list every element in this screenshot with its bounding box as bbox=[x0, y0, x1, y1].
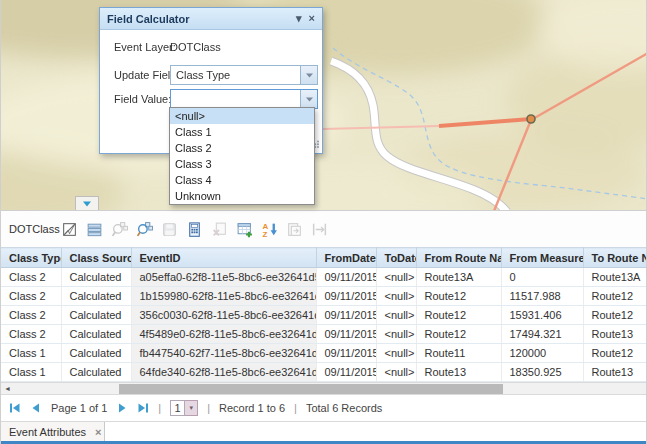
table-cell[interactable]: Route12 bbox=[583, 306, 647, 325]
scrollbar-thumb[interactable] bbox=[119, 384, 503, 394]
svg-text:Z: Z bbox=[263, 229, 268, 237]
table-cell[interactable]: 11517.988 bbox=[501, 287, 583, 306]
table-cell[interactable]: 120000 bbox=[501, 344, 583, 363]
column-header[interactable]: From Route Name bbox=[416, 248, 501, 268]
table-header-row: Class TypeClass SourceEventIDFromDateToD… bbox=[1, 248, 647, 268]
table-cell[interactable]: Calculated bbox=[61, 287, 131, 306]
column-header[interactable]: From Measure bbox=[501, 248, 583, 268]
table-cell[interactable]: Route12 bbox=[583, 344, 647, 363]
table-cell[interactable]: Class 2 bbox=[1, 325, 61, 344]
column-header[interactable]: Class Type bbox=[1, 248, 61, 268]
dialog-title: Field Calculator bbox=[107, 13, 289, 25]
layer-name-label: DOTClass bbox=[9, 223, 61, 235]
update-field-dropdown-button[interactable] bbox=[300, 66, 317, 84]
append-records-icon[interactable] bbox=[236, 221, 253, 238]
table-cell[interactable]: Route12 bbox=[416, 325, 501, 344]
column-header[interactable]: ToDate bbox=[376, 248, 416, 268]
table-cell[interactable]: Calculated bbox=[61, 268, 131, 287]
table-cell[interactable]: 09/11/2015 bbox=[316, 287, 376, 306]
field-calculator-icon[interactable] bbox=[186, 221, 203, 238]
column-header[interactable]: To Route Name bbox=[583, 248, 647, 268]
map-view[interactable] bbox=[1, 0, 647, 210]
horizontal-scrollbar[interactable]: ◄ bbox=[1, 382, 647, 395]
table-cell[interactable]: Route13 bbox=[416, 363, 501, 382]
dropdown-option[interactable]: Class 2 bbox=[170, 140, 314, 156]
tab-close-icon[interactable]: × bbox=[95, 426, 101, 438]
dialog-titlebar[interactable]: Field Calculator ▾ × bbox=[100, 8, 322, 30]
page-number-select[interactable]: 1 ▾ bbox=[170, 400, 198, 416]
table-cell[interactable]: 0 bbox=[501, 268, 583, 287]
table-cell[interactable]: Route13 bbox=[583, 363, 647, 382]
scroll-left-arrow-icon[interactable]: ◄ bbox=[4, 383, 14, 394]
dropdown-option[interactable]: <null> bbox=[170, 108, 314, 124]
table-cell[interactable]: Calculated bbox=[61, 344, 131, 363]
table-row[interactable]: Class 2Calculated1b159980-62f8-11e5-8bc6… bbox=[1, 287, 647, 306]
panel-collapse-handle[interactable] bbox=[75, 196, 99, 210]
table-cell[interactable]: Calculated bbox=[61, 325, 131, 344]
table-cell[interactable]: <null> bbox=[376, 306, 416, 325]
column-header[interactable]: Class Source bbox=[61, 248, 131, 268]
table-cell[interactable]: Calculated bbox=[61, 306, 131, 325]
table-cell[interactable]: 18350.925 bbox=[501, 363, 583, 382]
dropdown-option[interactable]: Class 4 bbox=[170, 172, 314, 188]
table-cell[interactable]: 15931.406 bbox=[501, 306, 583, 325]
last-page-button[interactable] bbox=[137, 402, 149, 414]
table-row[interactable]: Class 1Calculatedfb447540-62f7-11e5-8bc6… bbox=[1, 344, 647, 363]
table-cell[interactable]: <null> bbox=[376, 268, 416, 287]
table-cell[interactable]: 09/11/2015 bbox=[316, 306, 376, 325]
dialog-close-icon[interactable]: × bbox=[309, 13, 315, 24]
tab-event-attributes[interactable]: Event Attributes × bbox=[1, 422, 105, 442]
table-cell[interactable]: Route13 bbox=[583, 325, 647, 344]
table-cell[interactable]: fb447540-62f7-11e5-8bc6-ee32641d5ec9 bbox=[131, 344, 316, 363]
table-cell[interactable]: Route13A bbox=[416, 268, 501, 287]
table-row[interactable]: Class 2Calculated356c0030-62f8-11e5-8bc6… bbox=[1, 306, 647, 325]
table-cell[interactable]: 1b159980-62f8-11e5-8bc6-ee32641d5ec9 bbox=[131, 287, 316, 306]
table-row[interactable]: Class 2Calculated4f5489e0-62f8-11e5-8bc6… bbox=[1, 325, 647, 344]
page-number-dropdown-icon[interactable]: ▾ bbox=[185, 400, 198, 416]
table-cell[interactable]: Route12 bbox=[583, 287, 647, 306]
table-cell[interactable]: Calculated bbox=[61, 363, 131, 382]
column-header[interactable]: FromDate bbox=[316, 248, 376, 268]
table-cell[interactable]: 09/11/2015 bbox=[316, 363, 376, 382]
table-cell[interactable]: 09/11/2015 bbox=[316, 268, 376, 287]
first-page-button[interactable] bbox=[9, 402, 21, 414]
table-cell[interactable]: 09/11/2015 bbox=[316, 325, 376, 344]
fit-columns-icon bbox=[311, 221, 328, 238]
page-number-value[interactable]: 1 bbox=[170, 400, 185, 416]
update-field-combobox[interactable]: Class Type bbox=[170, 65, 318, 85]
dropdown-option[interactable]: Class 3 bbox=[170, 156, 314, 172]
table-cell[interactable]: Class 2 bbox=[1, 287, 61, 306]
field-value-combobox[interactable] bbox=[170, 89, 318, 109]
select-records-icon[interactable] bbox=[61, 221, 78, 238]
previous-page-button[interactable] bbox=[30, 402, 42, 414]
table-cell[interactable]: a05effa0-62f8-11e5-8bc6-ee32641d5ec9 bbox=[131, 268, 316, 287]
table-cell[interactable]: Route12 bbox=[416, 306, 501, 325]
table-cell[interactable]: 17494.321 bbox=[501, 325, 583, 344]
dialog-collapse-icon[interactable]: ▾ bbox=[296, 13, 302, 24]
table-cell[interactable]: <null> bbox=[376, 287, 416, 306]
table-cell[interactable]: <null> bbox=[376, 363, 416, 382]
table-cell[interactable]: Route11 bbox=[416, 344, 501, 363]
table-cell[interactable]: Route12 bbox=[416, 287, 501, 306]
table-cell[interactable]: <null> bbox=[376, 325, 416, 344]
table-cell[interactable]: Class 2 bbox=[1, 306, 61, 325]
field-value-dropdown-button[interactable] bbox=[300, 90, 317, 108]
table-cell[interactable]: <null> bbox=[376, 344, 416, 363]
table-cell[interactable]: 356c0030-62f8-11e5-8bc6-ee32641d5ec9 bbox=[131, 306, 316, 325]
table-cell[interactable]: Class 1 bbox=[1, 363, 61, 382]
table-cell[interactable]: Class 1 bbox=[1, 344, 61, 363]
column-header[interactable]: EventID bbox=[131, 248, 316, 268]
dropdown-option[interactable]: Unknown bbox=[170, 188, 314, 204]
table-row[interactable]: Class 1Calculated64fde340-62f8-11e5-8bc6… bbox=[1, 363, 647, 382]
pan-to-selected-icon[interactable] bbox=[136, 221, 153, 238]
table-cell[interactable]: 64fde340-62f8-11e5-8bc6-ee32641d5ec9 bbox=[131, 363, 316, 382]
table-cell[interactable]: Class 2 bbox=[1, 268, 61, 287]
next-page-button[interactable] bbox=[116, 402, 128, 414]
table-cell[interactable]: 09/11/2015 bbox=[316, 344, 376, 363]
table-cell[interactable]: Route13A bbox=[583, 268, 647, 287]
table-row[interactable]: Class 2Calculateda05effa0-62f8-11e5-8bc6… bbox=[1, 268, 647, 287]
dropdown-option[interactable]: Class 1 bbox=[170, 124, 314, 140]
sort-records-icon[interactable]: AZ bbox=[261, 221, 278, 238]
show-selected-records-icon[interactable] bbox=[86, 221, 103, 238]
table-cell[interactable]: 4f5489e0-62f8-11e5-8bc6-ee32641d5ec9 bbox=[131, 325, 316, 344]
